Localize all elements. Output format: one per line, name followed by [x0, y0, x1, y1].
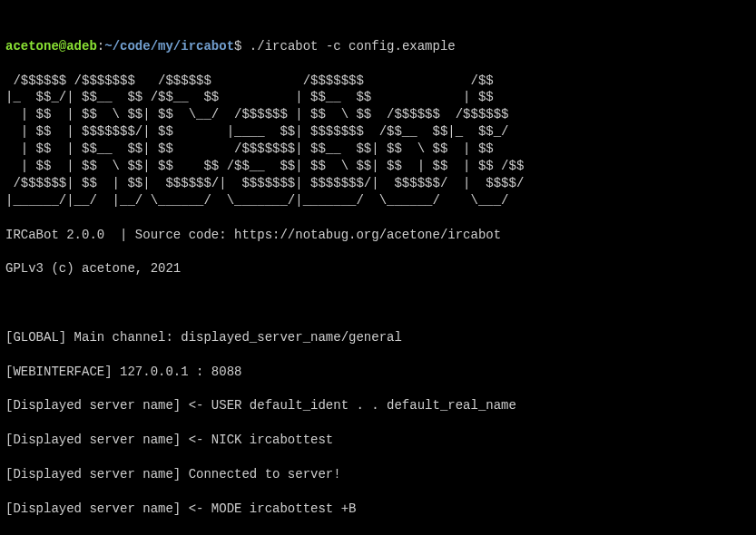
log-line: [Displayed server name] <- USER default_… — [5, 397, 751, 414]
prompt-path: /code/my/ircabot — [113, 39, 234, 54]
log-line: [Displayed server name] <- NICK ircabott… — [5, 432, 751, 449]
license-line: GPLv3 (c) acetone, 2021 — [5, 260, 751, 277]
log-line: [Displayed server name] <- MODE ircabott… — [5, 501, 751, 518]
prompt-colon: : — [97, 39, 104, 54]
version-line: IRCaBot 2.0.0 | Source code: https://not… — [5, 227, 751, 244]
log-line: [GLOBAL] Main channel: displayed_server_… — [5, 329, 751, 346]
prompt-user: acetone — [5, 39, 59, 54]
prompt-at: @ — [59, 39, 66, 54]
prompt-tilde: ~ — [104, 39, 112, 54]
log-line: [Displayed server name] Connected to ser… — [5, 466, 751, 483]
prompt-line: acetone@adeb:~/code/my/ircabot$ ./ircabo… — [5, 38, 751, 55]
prompt-host: adeb — [66, 39, 97, 54]
command-text: ./ircabot -c config.example — [241, 39, 455, 54]
blank-line — [5, 295, 751, 312]
ascii-art-banner: /$$$$$$ /$$$$$$$ /$$$$$$ /$$$$$$$ /$$ |_… — [5, 73, 751, 209]
log-line: [WEBINTERFACE] 127.0.0.1 : 8088 — [5, 364, 751, 381]
